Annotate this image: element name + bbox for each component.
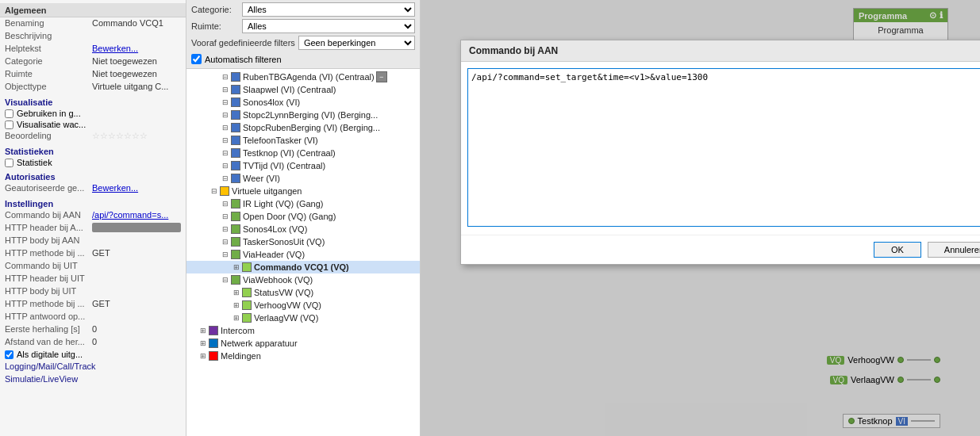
- http-methode-aan-value: GET: [92, 248, 181, 258]
- tree-item[interactable]: ⊟Open Door (VQ) (Gang): [186, 210, 420, 223]
- tree-expand-button[interactable]: ⊞: [198, 338, 209, 349]
- tree-item[interactable]: ⊞VerhoogVW (VQ): [186, 299, 420, 312]
- tree-expand-button[interactable]: ⊟: [220, 173, 231, 184]
- beoordeling-stars[interactable]: ☆☆☆☆☆☆☆: [92, 131, 148, 141]
- visualisatie-checkbox[interactable]: [5, 120, 13, 129]
- tree-item-label: Sonos4lox (VI): [243, 98, 300, 107]
- tree-item[interactable]: ⊟IR Light (VQ) (Gang): [186, 197, 420, 210]
- logging-row[interactable]: Logging/Mail/Call/Track: [0, 360, 186, 373]
- statistiek-checkbox-row[interactable]: Statistiek: [0, 157, 186, 168]
- dialog-annuleer-button[interactable]: Annuleren: [928, 242, 980, 258]
- vooraf-filter-select[interactable]: Geen beperkingen: [298, 36, 415, 50]
- beschrijving-row: Beschrijving: [0, 30, 186, 43]
- http-body-aan-label: HTTP body bij AAN: [5, 235, 92, 245]
- tree-item-icon: [231, 72, 240, 82]
- tree-expand-button[interactable]: ⊟: [220, 84, 231, 95]
- ruimte-label: Ruimte: [5, 69, 92, 78]
- tree-item[interactable]: ⊟Testknop (VI) (Centraal): [186, 147, 420, 159]
- tree-expand-button[interactable]: ⊟: [220, 97, 231, 108]
- tree-item-icon: [231, 199, 240, 208]
- geautoriseerde-value[interactable]: Bewerken...: [92, 183, 181, 193]
- statistieken-title: Statistieken: [0, 144, 186, 157]
- commando-uit-label: Commando bij UIT: [5, 261, 92, 270]
- gebruiken-checkbox-row[interactable]: Gebruiken in g...: [0, 108, 186, 119]
- tree-minus-button[interactable]: −: [376, 71, 387, 82]
- commando-aan-value[interactable]: /api/?command=s...: [92, 210, 181, 220]
- auto-filter-row[interactable]: Automatisch filteren: [191, 52, 415, 66]
- tree-item-icon: [242, 288, 252, 297]
- tree-item[interactable]: ⊟Sonos4lox (VI): [186, 96, 420, 109]
- tree-item-label: Sonos4Lox (VQ): [243, 224, 307, 234]
- tree-item[interactable]: ⊟StopcRubenBerging (VI) (Berging...: [186, 121, 420, 134]
- als-digitale-row[interactable]: Als digitale uitg...: [0, 349, 186, 360]
- tree-expand-button[interactable]: ⊟: [220, 274, 231, 285]
- tree-item[interactable]: ⊟Virtuele uitgangen: [186, 185, 420, 197]
- tree-item[interactable]: ⊟Weer (VI): [186, 172, 420, 185]
- tree-item[interactable]: ⊞VerlaagVW (VQ): [186, 312, 420, 324]
- tree-item[interactable]: ⊟TelefoonTasker (VI): [186, 134, 420, 147]
- tree-item[interactable]: ⊟TaskerSonosUit (VQ): [186, 235, 420, 248]
- tree-expand-button[interactable]: ⊟: [220, 109, 231, 120]
- tree-expand-button[interactable]: ⊟: [209, 185, 220, 197]
- http-methode-aan-row: HTTP methode bij ... GET: [0, 247, 186, 260]
- tree-item[interactable]: ⊟RubenTBGAgenda (VI) (Centraal)−: [186, 71, 420, 83]
- tree-item-label: Meldingen: [221, 351, 261, 361]
- tree-item[interactable]: ⊞Netwerk apparatuur: [186, 337, 420, 350]
- tree-expand-button[interactable]: ⊟: [220, 160, 231, 171]
- tree-expand-button[interactable]: ⊟: [220, 71, 231, 82]
- categorie-filter-label: Categorie:: [191, 5, 239, 14]
- helptekst-value[interactable]: Bewerken...: [92, 44, 181, 53]
- objecttype-label: Objecttype: [5, 82, 92, 91]
- tree-item-icon: [231, 136, 240, 145]
- http-body-uit-row: HTTP body bij UIT: [0, 285, 186, 298]
- left-properties-panel: Algemeen Benaming Commando VCQ1 Beschrij…: [0, 0, 186, 436]
- tree-item[interactable]: ⊟Slaapwel (VI) (Centraal): [186, 83, 420, 96]
- als-digitale-checkbox[interactable]: [5, 350, 13, 359]
- tree-item[interactable]: ⊟ViaHeader (VQ): [186, 248, 420, 261]
- http-methode-uit-label: HTTP methode bij ...: [5, 299, 92, 308]
- tree-item[interactable]: ⊟TVTijd (VI) (Centraal): [186, 159, 420, 172]
- dialog-ok-button[interactable]: OK: [874, 242, 921, 258]
- commando-aan-row[interactable]: Commando bij AAN /api/?command=s...: [0, 209, 186, 222]
- tree-expand-button[interactable]: ⊟: [220, 122, 231, 133]
- geautoriseerde-row[interactable]: Geautoriseerde ge... Bewerken...: [0, 182, 186, 195]
- http-header-aan-row: HTTP header bij A...: [0, 222, 186, 235]
- commando-uit-row: Commando bij UIT: [0, 260, 186, 273]
- tree-item[interactable]: ⊟Stopc2LynnBerging (VI) (Berging...: [186, 109, 420, 121]
- helptekst-row[interactable]: Helptekst Bewerken...: [0, 43, 186, 55]
- auto-filter-checkbox[interactable]: [191, 54, 202, 64]
- tree-item[interactable]: ⊞StatusVW (VQ): [186, 286, 420, 299]
- tree-item[interactable]: ⊞Commando VCQ1 (VQ): [186, 261, 420, 273]
- simulatie-row[interactable]: Simulatie/LiveView: [0, 373, 186, 385]
- objecttype-row: Objecttype Virtuele uitgang C...: [0, 81, 186, 94]
- tree-item[interactable]: ⊞Intercom: [186, 324, 420, 337]
- tree-item[interactable]: ⊟Sonos4Lox (VQ): [186, 223, 420, 235]
- tree-expand-button[interactable]: ⊞: [198, 325, 209, 336]
- tree-expand-button[interactable]: ⊞: [198, 350, 209, 361]
- tree-expand-button[interactable]: ⊞: [231, 262, 242, 273]
- statistiek-checkbox[interactable]: [5, 159, 13, 167]
- dialog-body: /api/?command=set_target&time=<v1>&value…: [461, 62, 980, 235]
- tree-item[interactable]: ⊟ViaWebhook (VQ): [186, 273, 420, 286]
- tree-expand-button[interactable]: ⊟: [220, 198, 231, 209]
- ruimte-filter-select[interactable]: Alles: [242, 19, 415, 33]
- tree-expand-button[interactable]: ⊟: [220, 236, 231, 247]
- tree-expand-button[interactable]: ⊞: [231, 312, 242, 323]
- dialog-command-input[interactable]: /api/?command=set_target&time=<v1>&value…: [467, 68, 980, 227]
- tree-expand-button[interactable]: ⊟: [220, 135, 231, 146]
- tree-item-label: TelefoonTasker (VI): [243, 136, 318, 145]
- tree-expand-button[interactable]: ⊟: [220, 224, 231, 235]
- tree-item-label: RubenTBGAgenda (VI) (Centraal): [243, 72, 375, 82]
- gebruiken-checkbox[interactable]: [5, 109, 13, 118]
- categorie-filter-select[interactable]: Alles: [242, 2, 415, 17]
- tree-expand-button[interactable]: ⊞: [231, 287, 242, 298]
- tree-expand-button[interactable]: ⊟: [220, 249, 231, 260]
- tree-item[interactable]: ⊞Meldingen: [186, 350, 420, 362]
- visualisatie-checkbox-row[interactable]: Visualisatie wac...: [0, 119, 186, 130]
- tree-item-label: Testknop (VI) (Centraal): [243, 148, 336, 158]
- tree-item-icon: [231, 123, 240, 132]
- tree-expand-button[interactable]: ⊟: [220, 211, 231, 222]
- tree-expand-button[interactable]: ⊞: [231, 300, 242, 311]
- commando-aan-label: Commando bij AAN: [5, 210, 92, 220]
- tree-expand-button[interactable]: ⊟: [220, 147, 231, 159]
